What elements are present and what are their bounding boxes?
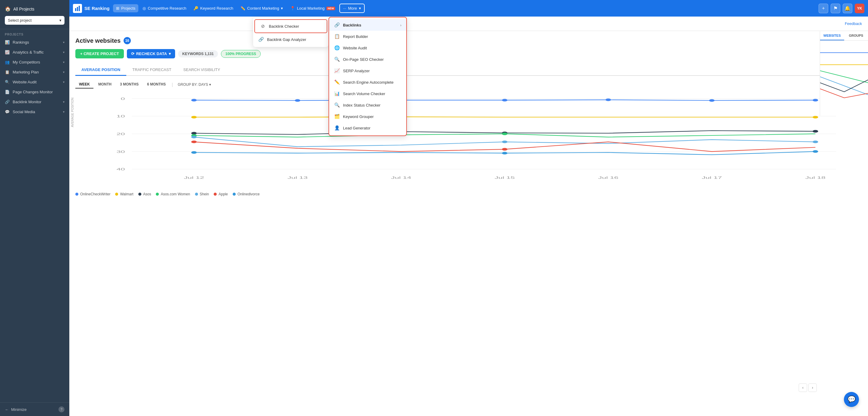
legend-item-walmart[interactable]: Walmart [115, 192, 133, 196]
right-panel: WEBSITES GROUPS [820, 31, 868, 115]
submenu-item-search-volume[interactable]: 📊 Search Volume Checker [329, 88, 406, 99]
sidebar-item-social-media[interactable]: 💬 Social Media ▾ [0, 107, 69, 117]
nav-more[interactable]: ··· More ▾ [339, 4, 364, 13]
nav-projects[interactable]: ⊞ Projects [113, 4, 138, 12]
sidebar-minimize[interactable]: ← Minimize ? [0, 403, 69, 416]
group-by-selector[interactable]: GROUP BY: DAYS ▾ [178, 82, 211, 87]
tab-traffic-forecast[interactable]: TRAFFIC FORECAST [126, 64, 177, 76]
count-badge: 16 [124, 37, 131, 44]
more-dropdown: ⊘ Backlink Checker 🔗 Backlink Gap Analyz… [253, 17, 329, 47]
period-3months[interactable]: 3 MONTHS [116, 81, 142, 89]
period-month[interactable]: MONTH [95, 81, 115, 89]
top-nav: SE Ranking ⊞ Projects ◎ Competitive Rese… [69, 0, 868, 16]
avatar[interactable]: YK [855, 4, 864, 13]
legend-item-apple[interactable]: Apple [214, 192, 228, 196]
backlink-gap-icon: 🔗 [258, 37, 264, 42]
legend-item-onlinecheckwriter[interactable]: OnlineCheckWriter [75, 192, 110, 196]
legend-dot [233, 193, 236, 196]
legend-item-onlinedivorce[interactable]: Onlinedivorce [233, 192, 259, 196]
submenu-item-onpage-seo[interactable]: 🔍 On-Page SEO Checker [329, 54, 406, 65]
submenu-item-keyword-grouper[interactable]: 🗂️ Keyword Grouper [329, 111, 406, 122]
notification-icon[interactable]: 🔔 [843, 4, 852, 13]
svg-text:Jul 17: Jul 17 [702, 175, 722, 179]
svg-rect-1 [77, 7, 78, 11]
tab-average-position[interactable]: AVERAGE POSITION [75, 64, 126, 76]
nav-keyword-research[interactable]: 🔑 Keyword Research [190, 4, 236, 12]
minimize-label: Minimize [11, 407, 27, 412]
tab-groups[interactable]: GROUPS [844, 31, 868, 40]
recheck-data-button[interactable]: ⟳ RECHECK DATA ▾ [127, 49, 175, 59]
submenu-item-report-builder[interactable]: 📋 Report Builder [329, 31, 406, 42]
feedback-link[interactable]: Feedback [845, 21, 862, 26]
website-audit-icon: 🔍 [5, 80, 10, 84]
chevron-right-icon: › [400, 23, 401, 27]
legend-label: OnlineCheckWriter [80, 192, 110, 196]
submenu-item-serp-analyzer[interactable]: 📈 SERP Analyzer [329, 65, 406, 76]
sidebar-item-page-changes[interactable]: 📄 Page Changes Monitor [0, 87, 69, 97]
tab-websites[interactable]: WEBSITES [820, 31, 844, 40]
more-dots-icon: ··· [343, 6, 346, 10]
svg-point-25 [709, 99, 715, 102]
legend-dot [214, 193, 217, 196]
nav-keyword-label: Keyword Research [200, 6, 233, 10]
nav-more-label: More [348, 6, 357, 10]
submenu-item-lead-generator[interactable]: 👤 Lead Generator [329, 122, 406, 134]
add-button[interactable]: ＋ [818, 4, 828, 13]
svg-text:40: 40 [117, 167, 125, 171]
dropdown-item-backlink-gap[interactable]: 🔗 Backlink Gap Analyzer [253, 34, 329, 45]
legend-label: Apple [218, 192, 228, 196]
backlinks-icon: 🔗 [334, 22, 340, 28]
sidebar-item-marketing-plan[interactable]: 📋 Marketing Plan ▾ [0, 67, 69, 77]
app-logo: SE Ranking [73, 4, 110, 13]
sidebar-item-backlink-monitor[interactable]: 🔗 Backlink Monitor ▾ [0, 97, 69, 107]
app-name: SE Ranking [84, 6, 110, 11]
period-6months[interactable]: 6 MONTHS [144, 81, 169, 89]
minimize-icon: ← [5, 407, 9, 412]
submenu-item-search-autocomplete[interactable]: ✏️ Search Engine Autocomplete [329, 76, 406, 88]
legend-item-asos[interactable]: Asos [138, 192, 151, 196]
next-page-button[interactable]: › [808, 383, 817, 392]
chevron-down-icon: ▾ [59, 18, 61, 23]
tab-search-visibility[interactable]: SEARCH VISIBILITY [177, 64, 226, 76]
prev-page-button[interactable]: ‹ [799, 383, 807, 392]
new-badge: NEW [327, 7, 335, 10]
rankings-label: Rankings [13, 40, 29, 44]
legend-item-shein[interactable]: Shein [195, 192, 209, 196]
projects-nav-icon: ⊞ [116, 6, 119, 10]
svg-rect-0 [75, 8, 76, 11]
lead-generator-label: Lead Generator [343, 126, 370, 130]
sidebar-item-all-projects[interactable]: 🏠 All Projects [5, 4, 64, 13]
create-project-button[interactable]: + CREATE PROJECT [75, 49, 124, 59]
period-week[interactable]: WEEK [75, 81, 93, 89]
chat-button[interactable]: 💬 [844, 392, 859, 407]
legend-item-asos-women[interactable]: Asos.com Women [156, 192, 190, 196]
chevron-down-icon: ▾ [63, 70, 64, 74]
nav-local-marketing[interactable]: 📍 Local Marketing NEW [287, 4, 338, 12]
legend-dot [75, 193, 79, 196]
sidebar-item-competitors[interactable]: 👥 My Competitors ▾ [0, 57, 69, 67]
page-title: Active websites [75, 37, 121, 44]
project-select[interactable]: Select project ▾ [5, 16, 64, 25]
logo-icon [73, 4, 82, 13]
svg-rect-2 [79, 6, 80, 11]
index-status-icon: 🔍 [334, 102, 340, 108]
submenu-item-index-status[interactable]: 🔍 Index Status Checker [329, 99, 406, 111]
backlink-monitor-icon: 🔗 [5, 100, 10, 104]
content-area: Feedback Active websites 16 + CREATE PRO… [69, 16, 868, 416]
sidebar-item-website-audit[interactable]: 🔍 Website Audit ▾ [0, 77, 69, 87]
home-icon: 🏠 [5, 6, 11, 12]
onpage-seo-icon: 🔍 [334, 57, 340, 62]
sidebar-item-analytics[interactable]: 📈 Analytics & Traffic ▾ [0, 47, 69, 57]
nav-content-marketing[interactable]: ✏️ Content Marketing ▾ [238, 4, 286, 12]
svg-point-35 [191, 136, 196, 138]
page-changes-icon: 📄 [5, 90, 10, 94]
report-builder-icon: 📋 [334, 34, 340, 39]
flag-icon[interactable]: ⚑ [831, 4, 840, 13]
sidebar-item-rankings[interactable]: 📊 Rankings ▾ [0, 37, 69, 47]
dropdown-item-backlink-checker[interactable]: ⊘ Backlink Checker [254, 19, 327, 33]
submenu-item-backlinks-header[interactable]: 🔗 Backlinks › [329, 19, 406, 31]
chart-container: AVERAGE POSITION 0 10 20 30 40 [75, 92, 862, 188]
nav-competitive-research[interactable]: ◎ Competitive Research [140, 4, 189, 12]
submenu-item-website-audit[interactable]: 🌐 Website Audit [329, 42, 406, 54]
legend-dot [156, 193, 159, 196]
